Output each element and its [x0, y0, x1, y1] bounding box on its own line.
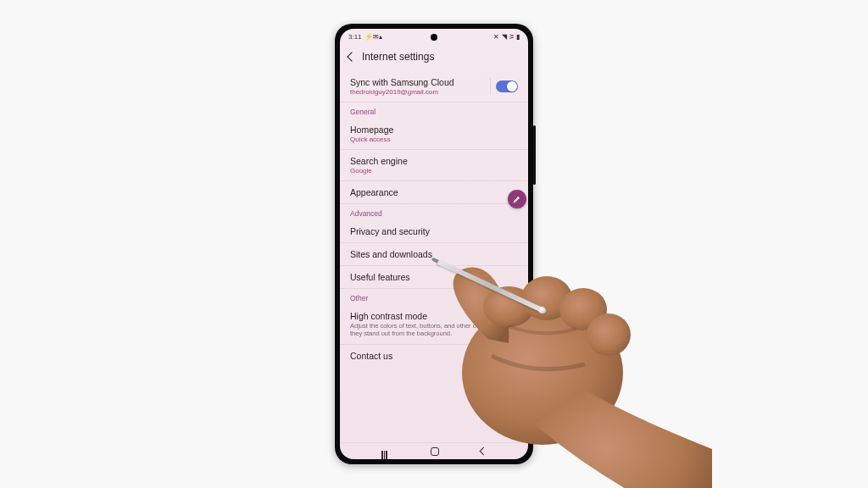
- svg-point-3: [559, 288, 607, 330]
- front-camera: [431, 34, 437, 41]
- section-general: General: [340, 103, 528, 119]
- android-navbar: [340, 442, 528, 459]
- section-label: Advanced: [350, 209, 518, 218]
- row-sync[interactable]: Sync with Samsung Cloud thedroidguy2019@…: [340, 71, 528, 103]
- row-high-contrast[interactable]: High contrast mode Adjust the colors of …: [340, 305, 528, 345]
- section-label: General: [350, 108, 518, 116]
- status-right-icons: ✕ ◥ ⚞ ▮: [493, 33, 520, 41]
- nav-home-icon[interactable]: [431, 447, 439, 456]
- row-appearance[interactable]: Appearance: [340, 181, 528, 204]
- row-title: Sync with Samsung Cloud: [350, 77, 518, 87]
- row-privacy[interactable]: Privacy and security: [340, 220, 528, 243]
- row-desc: Adjust the colors of text, buttons, and …: [350, 322, 518, 338]
- row-sub: Quick access: [350, 136, 518, 143]
- phone-frame: 3:11 ⚡✉▴ ✕ ◥ ⚞ ▮ Internet settings Sync …: [335, 24, 533, 464]
- row-title: Sites and downloads: [350, 249, 518, 259]
- pencil-icon: [513, 195, 521, 203]
- nav-back-icon[interactable]: [479, 447, 487, 456]
- row-title: High contrast mode: [350, 311, 518, 321]
- sync-toggle[interactable]: [496, 80, 518, 92]
- back-icon[interactable]: [347, 52, 356, 61]
- page-title: Internet settings: [362, 51, 434, 63]
- row-title: Search engine: [350, 156, 518, 166]
- status-time: 3:11: [348, 33, 362, 41]
- row-sub: Google: [350, 167, 518, 175]
- edit-fab[interactable]: [508, 190, 526, 208]
- nav-recent-icon[interactable]: [381, 451, 390, 452]
- row-useful-features[interactable]: Useful features: [340, 266, 528, 289]
- row-sub: thedroidguy2019@gmail.com: [350, 88, 518, 96]
- divider: [490, 78, 491, 95]
- row-sites-downloads[interactable]: Sites and downloads: [340, 243, 528, 266]
- svg-point-4: [587, 313, 631, 356]
- row-contact-us[interactable]: Contact us: [340, 345, 528, 367]
- screen: 3:11 ⚡✉▴ ✕ ◥ ⚞ ▮ Internet settings Sync …: [340, 29, 528, 459]
- section-other: Other: [340, 289, 528, 305]
- row-title: Appearance: [350, 187, 518, 197]
- high-contrast-toggle[interactable]: [496, 319, 518, 330]
- status-left-icons: ⚡✉▴: [364, 33, 382, 41]
- settings-list: Sync with Samsung Cloud thedroidguy2019@…: [340, 71, 528, 442]
- row-title: Contact us: [350, 351, 518, 361]
- page-header: Internet settings: [340, 44, 528, 71]
- row-homepage[interactable]: Homepage Quick access: [340, 119, 528, 150]
- row-search-engine[interactable]: Search engine Google: [340, 150, 528, 181]
- row-title: Privacy and security: [350, 226, 518, 236]
- section-advanced: Advanced: [340, 204, 528, 220]
- row-title: Homepage: [350, 125, 518, 135]
- row-title: Useful features: [350, 272, 518, 282]
- section-label: Other: [350, 294, 518, 302]
